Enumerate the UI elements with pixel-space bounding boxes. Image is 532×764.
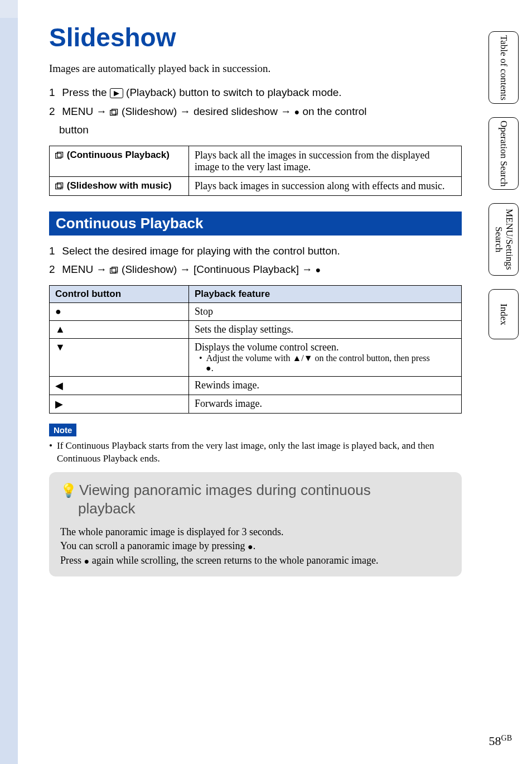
- col-header-control: Control button: [50, 285, 189, 302]
- control-symbol: ◀: [50, 376, 189, 395]
- control-table: Control button Playback feature ● Stop ▲…: [49, 285, 462, 414]
- step-text-mid2: on the control: [302, 105, 366, 117]
- step-1: 1 Press the ▶ (Playback) button to switc…: [49, 85, 462, 100]
- table-row: ● Stop: [50, 302, 462, 320]
- tip-line-1: The whole panoramic image is displayed f…: [60, 525, 451, 539]
- step-text-before: MENU →: [62, 263, 110, 275]
- left-band: [0, 18, 18, 764]
- slideshow-continuous-icon: [55, 152, 64, 160]
- step-number: 2: [49, 262, 59, 277]
- tab-menu-settings-search[interactable]: MENU/Settings Search: [489, 203, 519, 276]
- note-body: If Continuous Playback starts from the v…: [49, 440, 462, 465]
- mode-desc: Plays back all the images in succession …: [189, 146, 462, 176]
- feature-sub-bullet: • Adjust the volume with ▲/▼ on the cont…: [199, 353, 456, 373]
- mode-desc: Plays back images in succession along wi…: [189, 176, 462, 195]
- page-title: Slideshow: [49, 22, 462, 52]
- center-button-icon: ●: [248, 542, 253, 551]
- table-row: ◀ Rewinds image.: [50, 376, 462, 395]
- center-button-icon: ●: [316, 266, 321, 275]
- slideshow-icon: ♫: [110, 267, 119, 275]
- feature-text: Rewinds image.: [189, 376, 462, 395]
- step-2: 2 MENU → ♫ (Slideshow) → desired slidesh…: [49, 104, 462, 119]
- page-number: 58GB: [489, 734, 512, 748]
- step-text-before: Press the: [62, 87, 110, 98]
- page-root: Slideshow Images are automatically playe…: [0, 0, 532, 764]
- table-row: ▲ Sets the display settings.: [50, 320, 462, 338]
- svg-text:♫: ♫: [114, 111, 118, 117]
- section-step-1: 1 Select the desired image for playing w…: [49, 243, 462, 259]
- feature-text: Sets the display settings.: [189, 320, 462, 338]
- mode-label: ♫ (Slideshow with music): [50, 176, 189, 195]
- table-header-row: Control button Playback feature: [50, 285, 462, 302]
- mode-label: (Continuous Playback): [50, 146, 189, 176]
- svg-rect-4: [57, 152, 63, 157]
- tip-line-3: Press ● again while scrolling, the scree…: [60, 554, 451, 568]
- playback-icon: ▶: [110, 88, 123, 98]
- step-text: Select the desired image for playing wit…: [62, 245, 340, 257]
- tip-icon: 💡: [60, 483, 77, 498]
- control-symbol: ▲: [50, 320, 189, 338]
- tip-title: 💡Viewing panoramic images during continu…: [60, 481, 451, 519]
- tab-index[interactable]: Index: [489, 289, 519, 339]
- note-tag: Note: [49, 424, 76, 436]
- slideshow-music-icon: ♫: [55, 182, 64, 190]
- section-step-2: 2 MENU → ♫ (Slideshow) → [Continuous Pla…: [49, 262, 462, 277]
- table-row: ♫ (Slideshow with music) Plays back imag…: [50, 176, 462, 195]
- corner-accent: [0, 0, 18, 18]
- slideshow-icon: ♫: [110, 109, 119, 117]
- svg-text:♫: ♫: [60, 185, 64, 190]
- note-block: Note If Continuous Playback starts from …: [49, 424, 462, 465]
- side-tabs: Table of contents Operation Search MENU/…: [489, 31, 519, 353]
- modes-table: (Continuous Playback) Plays back all the…: [49, 146, 462, 196]
- col-header-feature: Playback feature: [189, 285, 462, 302]
- step-number: 1: [49, 243, 59, 259]
- intro-text: Images are automatically played back in …: [49, 63, 462, 75]
- feature-text: Forwards image.: [189, 395, 462, 413]
- tip-line-2: You can scroll a panoramic image by pres…: [60, 539, 451, 553]
- feature-text: Displays the volume control screen. • Ad…: [189, 338, 462, 376]
- tip-body: The whole panoramic image is displayed f…: [60, 525, 451, 568]
- step-text-after: (Playback) button to switch to playback …: [126, 87, 342, 98]
- control-symbol: ▶: [50, 395, 189, 413]
- main-content: Slideshow Images are automatically playe…: [49, 22, 462, 576]
- center-button-icon: ●: [84, 556, 90, 565]
- control-symbol: ▼: [50, 338, 189, 376]
- control-symbol: ●: [50, 302, 189, 320]
- step-text-mid1: (Slideshow) → desired slideshow →: [122, 105, 294, 117]
- tab-table-of-contents[interactable]: Table of contents: [489, 31, 519, 104]
- tab-operation-search[interactable]: Operation Search: [489, 117, 519, 190]
- svg-rect-3: [56, 153, 61, 158]
- tip-box: 💡Viewing panoramic images during continu…: [49, 472, 462, 576]
- step-number: 1: [49, 85, 59, 100]
- step-text-mid: (Slideshow) → [Continuous Playback] →: [122, 263, 315, 275]
- svg-text:♫: ♫: [114, 269, 118, 275]
- step-text: MENU →: [62, 105, 110, 117]
- section-heading: Continuous Playback: [49, 212, 462, 236]
- table-row: (Continuous Playback) Plays back all the…: [50, 146, 462, 176]
- step-number: 2: [49, 104, 59, 119]
- table-row: ▼ Displays the volume control screen. • …: [50, 338, 462, 376]
- step-2-line2: button: [59, 122, 462, 138]
- center-button-icon: ●: [294, 107, 299, 117]
- table-row: ▶ Forwards image.: [50, 395, 462, 413]
- feature-text: Stop: [189, 302, 462, 320]
